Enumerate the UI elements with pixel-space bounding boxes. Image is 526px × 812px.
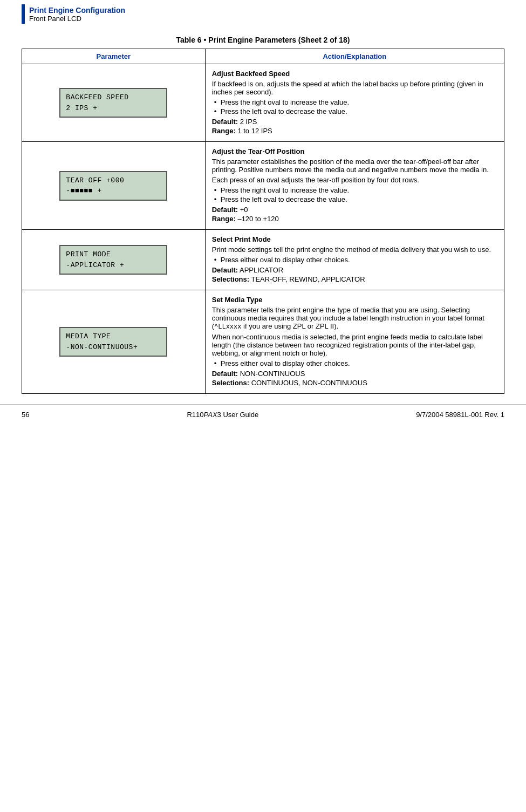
param-cell-tearoff: TEAR OFF +000 -■■■■■ +: [22, 142, 206, 230]
list-item: Press the left oval to decrease the valu…: [212, 107, 497, 115]
table-row: PRINT MODE -APPLICATOR + Select Print Mo…: [22, 230, 504, 290]
page-sub-title: Front Panel LCD: [29, 15, 125, 23]
action-extra-tearoff: Each press of an oval adjusts the tear-o…: [212, 176, 497, 184]
parameters-table: Parameter Action/Explanation BACKFEED SP…: [22, 49, 504, 394]
lcd-display-printmode: PRINT MODE -APPLICATOR +: [59, 245, 167, 275]
param-cell-printmode: PRINT MODE -APPLICATOR +: [22, 230, 206, 290]
lcd-display-mediatype: MEDIA TYPE -NON-CONTINUOUS+: [59, 327, 167, 357]
footer-center-text: R110PAX3 User Guide: [187, 411, 258, 419]
action-cell-mediatype: Set Media Type This parameter tells the …: [205, 290, 504, 394]
action-intro-printmode: Print mode settings tell the print engin…: [212, 245, 497, 254]
selections-mediatype: Selections: CONTINUOUS, NON-CONTINUOUS: [212, 379, 497, 387]
action-intro-mediatype: This parameter tells the print engine th…: [212, 306, 497, 331]
action-extra2-mediatype: When non-continuous media is selected, t…: [212, 333, 497, 357]
page-number: 56: [22, 411, 29, 419]
action-intro-tearoff: This parameter establishes the position …: [212, 158, 497, 174]
action-title-printmode: Select Print Mode: [212, 235, 497, 243]
param-cell-mediatype: MEDIA TYPE -NON-CONTINUOUS+: [22, 290, 206, 394]
page-footer: 56 R110PAX3 User Guide 9/7/2004 58981L-0…: [0, 405, 526, 424]
default-printmode: Default: APPLICATOR: [212, 266, 497, 274]
table-row: MEDIA TYPE -NON-CONTINUOUS+ Set Media Ty…: [22, 290, 504, 394]
footer-right-text: 9/7/2004 58981L-001 Rev. 1: [416, 411, 504, 419]
table-row: TEAR OFF +000 -■■■■■ + Adjust the Tear-O…: [22, 142, 504, 230]
list-item: Press either oval to display other choic…: [212, 256, 497, 264]
range-tearoff: Range: –120 to +120: [212, 215, 497, 223]
lcd-display-tearoff: TEAR OFF +000 -■■■■■ +: [59, 171, 167, 201]
col-header-parameter: Parameter: [22, 49, 206, 64]
bullet-list-backfeed: Press the right oval to increase the val…: [212, 98, 497, 115]
lcd-display-backfeed: BACKFEED SPEED 2 IPS +: [59, 88, 167, 118]
list-item: Press the right oval to increase the val…: [212, 186, 497, 194]
header-blue-bar: [22, 4, 25, 24]
bullet-list-tearoff: Press the right oval to increase the val…: [212, 186, 497, 203]
action-title-backfeed: Adjust Backfeed Speed: [212, 70, 497, 78]
action-cell-backfeed: Adjust Backfeed Speed If backfeed is on,…: [205, 64, 504, 142]
action-intro-backfeed: If backfeed is on, adjusts the speed at …: [212, 80, 497, 96]
list-item: Press the left oval to decrease the valu…: [212, 195, 497, 203]
bullet-list-printmode: Press either oval to display other choic…: [212, 256, 497, 264]
range-backfeed: Range: 1 to 12 IPS: [212, 127, 497, 135]
table-title: Table 6 • Print Engine Parameters (Sheet…: [22, 36, 504, 44]
table-row: BACKFEED SPEED 2 IPS + Adjust Backfeed S…: [22, 64, 504, 142]
action-title-mediatype: Set Media Type: [212, 296, 497, 304]
page-header: Print Engine Configuration Front Panel L…: [0, 0, 526, 26]
param-cell-backfeed: BACKFEED SPEED 2 IPS +: [22, 64, 206, 142]
default-tearoff: Default: +0: [212, 206, 497, 214]
action-title-tearoff: Adjust the Tear-Off Position: [212, 147, 497, 155]
selections-printmode: Selections: TEAR-OFF, REWIND, APPLICATOR: [212, 275, 497, 283]
action-cell-printmode: Select Print Mode Print mode settings te…: [205, 230, 504, 290]
page-main-title: Print Engine Configuration: [29, 6, 125, 15]
action-cell-tearoff: Adjust the Tear-Off Position This parame…: [205, 142, 504, 230]
default-mediatype: Default: NON-CONTINUOUS: [212, 370, 497, 378]
list-item: Press either oval to display other choic…: [212, 359, 497, 367]
bullet-list-mediatype: Press either oval to display other choic…: [212, 359, 497, 367]
col-header-action: Action/Explanation: [205, 49, 504, 64]
list-item: Press the right oval to increase the val…: [212, 98, 497, 106]
default-backfeed: Default: 2 IPS: [212, 118, 497, 126]
